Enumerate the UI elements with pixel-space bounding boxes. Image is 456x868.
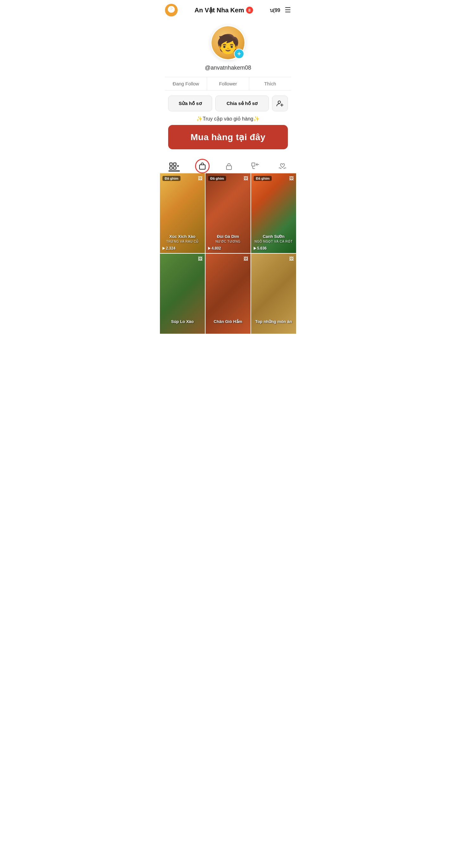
video-title: Xúc Xích XàoTRỨNG VÀ RAU CỦ	[160, 234, 205, 244]
video-title: Đùi Gà DimNƯỚC TƯƠNG	[205, 234, 251, 244]
video-subtitle: TRỨNG VÀ RAU CỦ	[162, 240, 203, 244]
following-label: Đang Follow	[173, 81, 199, 86]
pin-icon: 🖼	[244, 176, 248, 181]
coins-display: บ(99	[270, 6, 280, 14]
video-card[interactable]: Đã ghim🖼Xúc Xích XàoTRỨNG VÀ RAU CỦ2.324	[160, 173, 205, 253]
menu-icon[interactable]: ☰	[285, 6, 291, 14]
play-icon	[254, 247, 256, 250]
tab-shop[interactable]	[195, 161, 210, 172]
pin-icon: 🖼	[289, 176, 293, 181]
share-profile-button[interactable]: Chia sẻ hồ sơ	[215, 96, 269, 111]
action-buttons: Sửa hồ sơ Chia sẻ hồ sơ	[165, 96, 291, 111]
page-title: An Vật Nha Kem	[194, 6, 244, 14]
stat-following[interactable]: Đang Follow	[165, 77, 207, 90]
lock-icon	[225, 162, 232, 170]
video-views: 4.802	[208, 246, 221, 251]
tab-lock[interactable]	[222, 161, 236, 171]
video-title: Chân Giò Hầm	[205, 319, 251, 324]
tab-grid[interactable]: ▾	[166, 161, 182, 171]
tab-underline	[168, 170, 180, 172]
shopping-bag-icon	[198, 162, 206, 170]
video-grid: Đã ghim🖼Xúc Xích XàoTRỨNG VÀ RAU CỦ2.324…	[160, 173, 296, 334]
video-views: 2.324	[163, 246, 175, 251]
profile-section: 🧒 + @anvatnhakem08 Đang Follow Follower …	[160, 19, 296, 158]
tab-liked[interactable]	[275, 161, 290, 171]
add-person-icon	[276, 100, 284, 107]
play-icon	[208, 247, 210, 250]
stats-row: Đang Follow Follower Thích	[165, 77, 291, 90]
avatar-wrap: 🧒 +	[210, 25, 246, 60]
video-card[interactable]: Đã ghim🖼Đùi Gà DimNƯỚC TƯƠNG4.802	[205, 173, 251, 253]
media-icon: 🖼	[244, 256, 248, 261]
video-subtitle: NGÔ NGỌT VÀ CÀ RỐT	[253, 240, 294, 244]
media-icon: 🖼	[289, 256, 293, 261]
shop-promo-text: ✨Truy cập vào giỏ hàng✨	[168, 116, 288, 122]
media-icon: 🖼	[198, 256, 202, 261]
video-title: Top những món ăn	[251, 319, 296, 324]
grid-dropdown-icon: ▾	[177, 164, 179, 168]
video-card[interactable]: Đã ghim🖼Canh SườnNGÔ NGỌT VÀ CÀ RỐT5.636	[251, 173, 296, 253]
svg-rect-5	[170, 167, 172, 169]
collab-icon	[251, 163, 259, 169]
svg-rect-9	[252, 163, 255, 166]
svg-rect-3	[170, 163, 172, 165]
svg-rect-7	[200, 165, 205, 169]
add-avatar-button[interactable]: +	[234, 49, 244, 59]
username: @anvatnhakem08	[205, 65, 251, 71]
svg-rect-4	[174, 163, 176, 165]
video-title: Súp Lo Xào	[160, 319, 205, 324]
video-card[interactable]: 🖼Súp Lo Xào	[160, 254, 205, 333]
pin-icon: 🖼	[198, 176, 202, 181]
video-title: Canh SườnNGÔ NGỌT VÀ CÀ RỐT	[251, 234, 296, 244]
pinned-badge: Đã ghim	[163, 176, 180, 181]
likes-label: Thích	[264, 81, 276, 86]
shop-banner: ✨Truy cập vào giỏ hàng✨ Mua hàng tại đây	[165, 116, 291, 149]
follower-label: Follower	[219, 81, 237, 86]
header: 🅟 An Vật Nha Kem 8 บ(99 ☰	[160, 0, 296, 19]
video-card[interactable]: 🖼Top những món ăn	[251, 254, 296, 333]
shop-cta-button[interactable]: Mua hàng tại đây	[168, 125, 288, 149]
header-avatar: 🅟	[165, 4, 178, 17]
edit-profile-button[interactable]: Sửa hồ sơ	[168, 96, 212, 111]
heart-hands-icon	[278, 162, 287, 170]
stat-likes[interactable]: Thích	[249, 77, 291, 90]
video-subtitle: NƯỚC TƯƠNG	[207, 240, 249, 244]
play-icon	[163, 247, 165, 250]
tab-bar: ▾	[160, 158, 296, 173]
svg-point-0	[278, 101, 281, 103]
header-left: 🅟	[165, 4, 178, 17]
svg-rect-8	[226, 166, 231, 169]
svg-rect-6	[174, 167, 176, 169]
pinned-badge: Đã ghim	[208, 176, 226, 181]
video-card[interactable]: 🖼Chân Giò Hầm	[205, 254, 251, 333]
video-views: 5.636	[254, 246, 267, 251]
stat-follower[interactable]: Follower	[207, 77, 249, 90]
pinned-badge: Đã ghim	[254, 176, 272, 181]
header-title-wrap: An Vật Nha Kem 8	[194, 6, 253, 14]
grid-icon	[169, 163, 176, 169]
add-friend-button[interactable]	[272, 96, 288, 111]
tab-collab[interactable]	[248, 161, 262, 171]
header-right: บ(99 ☰	[270, 6, 291, 14]
notification-badge: 8	[246, 7, 253, 13]
